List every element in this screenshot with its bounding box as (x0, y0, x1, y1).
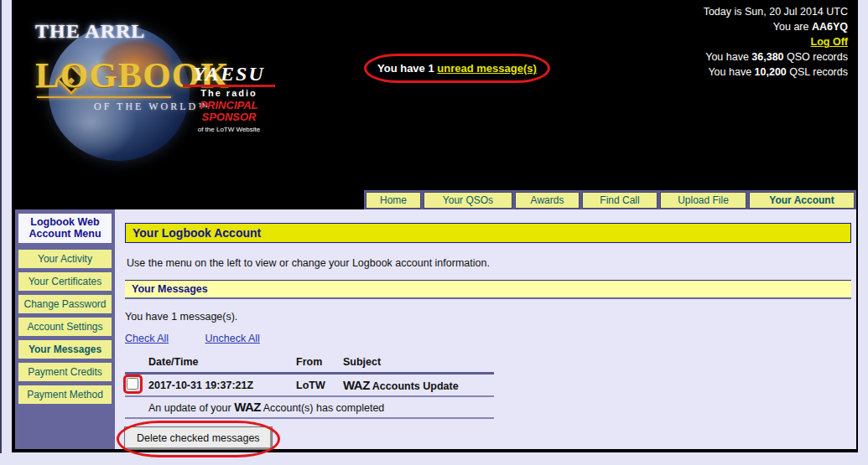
account-menu-sidebar: Logbook Web Account Menu Your Activity Y… (15, 209, 115, 449)
account-status-block: Today is Sun, 20 Jul 2014 UTC You are AA… (704, 4, 848, 80)
delete-button-wrap: Delete checked messages (125, 427, 272, 449)
tab-upload-file[interactable]: Upload File (660, 192, 746, 209)
page-title: Your Logbook Account (125, 223, 851, 243)
qsl-prefix: You have (708, 66, 754, 78)
logo-gold-rule (37, 96, 171, 98)
qsl-suffix: QSL records (787, 66, 848, 78)
yaesu-principal-sponsor: PRINCIPAL SPONSOR (183, 100, 275, 124)
yaesu-principal-line1: PRINCIPAL (200, 99, 257, 111)
message-detail-rule (125, 417, 494, 419)
qso-prefix: You have (705, 51, 751, 63)
sidebar-title-line2: Account Menu (29, 228, 101, 240)
unread-messages-notice: You have 1 unread message(s) (377, 62, 537, 75)
intro-text: Use the menu on the left to view or chan… (127, 257, 850, 269)
sidebar-title-line1: Logbook Web (30, 216, 99, 228)
you-are-text: You are AA6YQ (704, 19, 848, 34)
message-checkbox-wrap (127, 378, 139, 390)
message-datetime: 2017-10-31 19:37:21Z (148, 380, 296, 391)
yaesu-tagline: The radio (183, 88, 275, 98)
unread-notice-prefix: You have 1 (377, 62, 437, 75)
message-checkbox-cell (125, 378, 148, 392)
check-links-row: Check All Uncheck All (125, 333, 851, 344)
site-header: THE ARRL LOGBOOK OF THE WORLD™ YAESU The… (15, 0, 856, 209)
message-checkbox[interactable] (127, 378, 138, 390)
sidebar-item-change-password[interactable]: Change Password (18, 295, 112, 313)
lotw-site-container: THE ARRL LOGBOOK OF THE WORLD™ YAESU The… (12, 0, 858, 452)
user-callsign: AA6YQ (812, 21, 848, 33)
sidebar-menu-title: Logbook Web Account Menu (18, 214, 112, 243)
qsl-count: 10,200 (755, 66, 787, 78)
messages-table-header-row: Date/Time From Subject (125, 356, 494, 368)
message-detail-row: An update of your WAZ Account(s) has com… (125, 397, 494, 417)
tab-your-qsos[interactable]: Your QSOs (424, 192, 512, 209)
qso-suffix: QSO records (784, 51, 848, 63)
yaesu-sponsor-logo: YAESU The radio PRINCIPAL SPONSOR of the… (183, 64, 275, 133)
yaesu-red-rule (183, 85, 275, 87)
lotw-logo: THE ARRL LOGBOOK OF THE WORLD™ (35, 20, 203, 113)
tab-awards[interactable]: Awards (515, 192, 580, 209)
tab-find-call[interactable]: Find Call (582, 192, 657, 209)
detail-suffix: Account(s) has completed (261, 402, 384, 414)
uncheck-all-link[interactable]: Uncheck All (205, 333, 260, 344)
yaesu-wordmark: YAESU (183, 64, 275, 84)
check-all-link[interactable]: Check All (125, 333, 169, 344)
message-from: LoTW (296, 380, 343, 391)
yaesu-site-note: of the LoTW Website (183, 126, 275, 133)
unread-messages-link[interactable]: unread message(s) (437, 62, 537, 75)
detail-prefix: An update of your (148, 402, 234, 414)
sidebar-item-payment-credits[interactable]: Payment Credits (18, 363, 112, 381)
subject-rest: Accounts Update (370, 380, 459, 392)
logo-logbook: LOGBOOK (35, 54, 203, 96)
you-are-prefix: You are (773, 21, 812, 33)
log-off-link[interactable]: Log Off (811, 36, 848, 48)
main-content: Your Logbook Account Use the menu on the… (115, 209, 856, 449)
logo-the-arrl: THE ARRL (35, 20, 203, 43)
sidebar-item-account-settings[interactable]: Account Settings (18, 318, 112, 336)
logoff-row: Log Off (704, 34, 848, 49)
header-datetime: Date/Time (148, 356, 296, 368)
sidebar-item-your-messages[interactable]: Your Messages (18, 340, 112, 359)
tab-your-account[interactable]: Your Account (749, 192, 855, 209)
yaesu-principal-line2: SPONSOR (201, 111, 256, 123)
header-from: From (296, 356, 343, 368)
header-subject: Subject (343, 356, 494, 368)
today-date-text: Today is Sun, 20 Jul 2014 UTC (704, 4, 848, 19)
main-nav-tabbar: Home Your QSOs Awards Find Call Upload F… (364, 190, 856, 209)
messages-table: Date/Time From Subject 2017-10-31 19:37:… (125, 356, 494, 419)
qso-count: 36,380 (751, 51, 783, 63)
delete-checked-messages-button[interactable]: Delete checked messages (125, 427, 272, 449)
subject-waz-brand: WAZ (343, 378, 370, 392)
sidebar-item-your-activity[interactable]: Your Activity (18, 250, 112, 268)
your-messages-section-title: Your Messages (125, 280, 851, 299)
detail-waz-brand: WAZ (234, 400, 261, 414)
message-row: 2017-10-31 19:37:21Z LoTW WAZ Accounts U… (125, 375, 494, 395)
page-body: Logbook Web Account Menu Your Activity Y… (15, 209, 856, 449)
qso-records-text: You have 36,380 QSO records (704, 49, 848, 65)
message-count-text: You have 1 message(s). (125, 311, 851, 323)
window-left-edge (0, 0, 2, 453)
qsl-records-text: You have 10,200 QSL records (704, 65, 848, 80)
message-subject: WAZ Accounts Update (343, 378, 494, 392)
sidebar-item-payment-method[interactable]: Payment Method (18, 385, 112, 404)
sidebar-item-your-certificates[interactable]: Your Certificates (18, 272, 112, 291)
tab-home[interactable]: Home (366, 192, 421, 209)
